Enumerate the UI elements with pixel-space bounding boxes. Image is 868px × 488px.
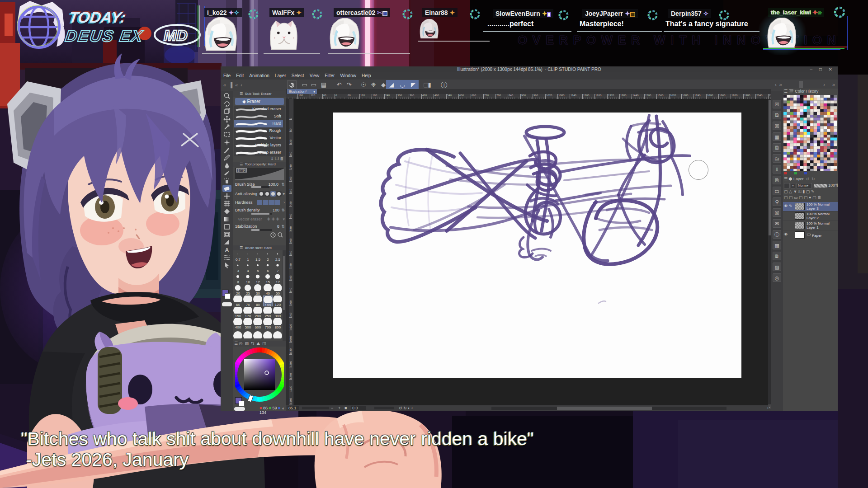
svg-text:A: A <box>225 247 229 253</box>
svg-text:OVERPOWER WITH INNOVATION: OVERPOWER WITH INNOVATION <box>518 33 841 47</box>
